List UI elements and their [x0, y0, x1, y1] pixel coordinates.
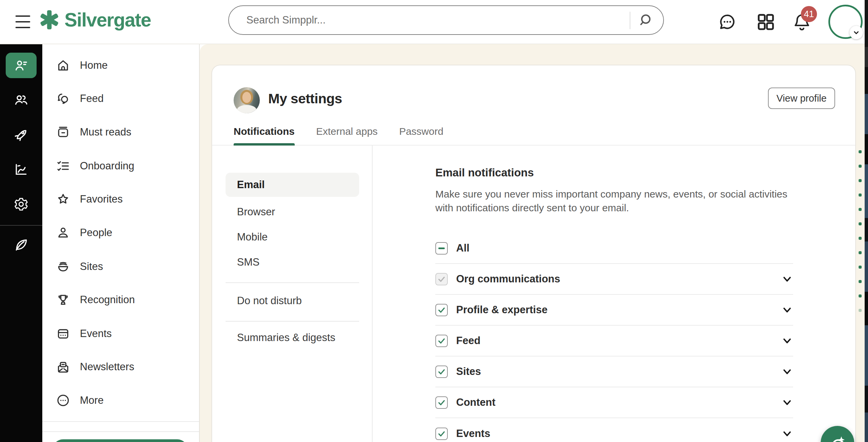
- topbar: Silvergate: [0, 0, 868, 44]
- icon-rail: [0, 44, 42, 442]
- view-profile-button[interactable]: View profile: [768, 88, 835, 109]
- settings-body: Email Browser Mobile SMS Do not disturb …: [212, 145, 855, 442]
- checkbox-profile-expertise[interactable]: [435, 304, 448, 316]
- tab-external-apps[interactable]: External apps: [316, 123, 378, 145]
- section-heading: Email notifications: [435, 166, 534, 179]
- chevron-down-icon[interactable]: [781, 273, 793, 285]
- subnav-item-mobile[interactable]: Mobile: [225, 227, 359, 247]
- subnav-item-email[interactable]: Email: [225, 173, 359, 197]
- sidebar-item-label: Sites: [80, 261, 103, 273]
- sidebar-item-recognition[interactable]: Recognition: [42, 288, 199, 312]
- checkbox-org-communications: [435, 273, 448, 285]
- row-label: Feed: [456, 335, 480, 347]
- settings-tabs: Notifications External apps Password: [212, 123, 855, 145]
- chevron-down-icon[interactable]: [781, 335, 793, 347]
- scroll-dot: [859, 222, 862, 225]
- scroll-dot: [859, 208, 862, 211]
- rail-item-settings[interactable]: [6, 192, 37, 217]
- scroll-dot: [859, 251, 862, 254]
- checkbox-sites[interactable]: [435, 366, 448, 378]
- chat-icon[interactable]: [717, 11, 738, 32]
- main-area: My settings View profile Notifications E…: [200, 44, 868, 442]
- sidebar-item-label: More: [80, 395, 104, 406]
- rail-item-rocket[interactable]: [6, 122, 37, 147]
- scroll-dot: [859, 266, 862, 269]
- scroll-dot: [859, 165, 862, 168]
- sidebar-item-onboarding[interactable]: Onboarding: [42, 154, 199, 178]
- star-icon: [56, 192, 70, 207]
- search-input[interactable]: [246, 6, 636, 34]
- section-description: Make sure you never miss important compa…: [435, 187, 793, 215]
- subnav-item-summaries-digests[interactable]: Summaries & digests: [225, 328, 359, 348]
- hamburger-menu-icon[interactable]: [16, 13, 31, 30]
- sidebar-item-label: Home: [80, 59, 108, 71]
- tab-notifications[interactable]: Notifications: [234, 123, 295, 145]
- rail-item-people[interactable]: [6, 87, 37, 113]
- search-icon[interactable]: [639, 12, 654, 29]
- checkbox-events[interactable]: [435, 428, 448, 440]
- sidebar-item-more[interactable]: More: [42, 388, 199, 412]
- sidebar-item-label: People: [80, 227, 113, 239]
- subnav-divider: [225, 321, 359, 321]
- checkbox-all[interactable]: [435, 242, 448, 254]
- subnav-item-do-not-disturb[interactable]: Do not disturb: [225, 291, 359, 311]
- tab-password[interactable]: Password: [399, 123, 443, 145]
- notification-row-org-communications: Org communications: [435, 264, 793, 295]
- sidebar-primary-action-button[interactable]: [52, 439, 188, 442]
- checkbox-content[interactable]: [435, 397, 448, 409]
- rail-item-composer[interactable]: [6, 232, 37, 258]
- analytics-icon: [13, 162, 29, 177]
- notification-row-profile-expertise: Profile & expertise: [435, 295, 793, 326]
- avatar-chevron-icon: [849, 26, 863, 39]
- sidebar-item-must-reads[interactable]: Must reads: [42, 120, 199, 144]
- rocket-icon: [13, 127, 29, 142]
- chevron-down-icon[interactable]: [781, 304, 793, 316]
- notification-row-all: All: [435, 233, 793, 264]
- page-title: My settings: [268, 91, 342, 107]
- sidebar-item-newsletters[interactable]: Newsletters: [42, 355, 199, 379]
- gear-icon: [13, 197, 29, 212]
- ai-sparkle-icon: [828, 434, 847, 442]
- brand-logo[interactable]: Silvergate: [39, 9, 151, 31]
- user-avatar[interactable]: [828, 5, 863, 39]
- newsletter-icon: [56, 360, 70, 374]
- user-card-icon: [13, 58, 29, 73]
- people-icon: [13, 92, 29, 108]
- scroll-dot: [859, 295, 862, 298]
- must-reads-icon: [56, 125, 70, 139]
- sidebar-item-people[interactable]: People: [42, 221, 199, 245]
- subnav-item-sms[interactable]: SMS: [225, 252, 359, 272]
- app-body: Home Feed Must reads Onboarding: [0, 44, 868, 442]
- rail-item-analytics[interactable]: [6, 157, 37, 182]
- chevron-down-icon[interactable]: [781, 366, 793, 378]
- more-icon: [56, 393, 70, 408]
- rail-item-user-card[interactable]: [6, 53, 37, 78]
- checkbox-feed[interactable]: [435, 335, 448, 347]
- chevron-down-icon[interactable]: [781, 428, 793, 440]
- subnav-item-browser[interactable]: Browser: [225, 202, 359, 222]
- subnav-divider: [225, 282, 359, 283]
- notification-badge: 41: [801, 6, 817, 22]
- sidebar-item-label: Onboarding: [80, 160, 134, 172]
- sidebar-item-feed[interactable]: Feed: [42, 87, 199, 111]
- sidebar-item-events[interactable]: Events: [42, 321, 199, 346]
- settings-card: My settings View profile Notifications E…: [212, 65, 856, 442]
- app-grid-icon[interactable]: [755, 11, 776, 32]
- sidebar-item-sites[interactable]: Sites: [42, 254, 199, 279]
- sidebar-item-favorites[interactable]: Favorites: [42, 187, 199, 211]
- calendar-icon: [56, 326, 70, 341]
- sidebar-divider: [42, 431, 199, 432]
- feed-icon: [56, 91, 70, 106]
- scroll-dot: [859, 280, 862, 283]
- notification-row-content: Content: [435, 387, 793, 418]
- row-label: Org communications: [456, 273, 560, 285]
- onboarding-icon: [56, 159, 70, 173]
- sidebar-item-label: Newsletters: [80, 361, 134, 373]
- sidebar-item-home[interactable]: Home: [42, 53, 199, 77]
- search-divider: [630, 12, 630, 29]
- chevron-down-icon[interactable]: [781, 397, 793, 408]
- settings-avatar: [234, 87, 260, 113]
- row-label: Content: [456, 397, 495, 408]
- scroll-dot: [859, 237, 862, 240]
- sidebar-item-label: Favorites: [80, 193, 123, 205]
